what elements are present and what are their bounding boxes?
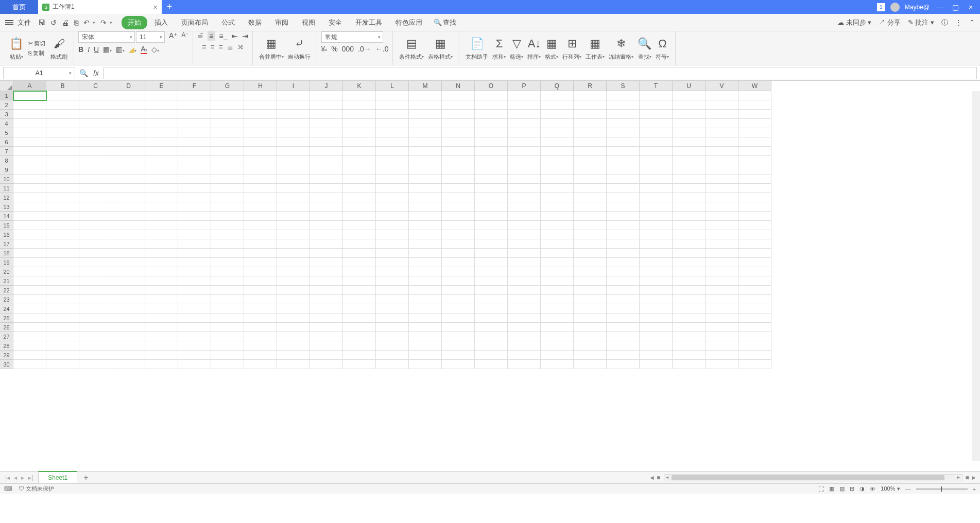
cell-I10[interactable] [277,175,310,184]
cell-T28[interactable] [640,341,673,351]
cell-C5[interactable] [79,128,112,137]
row-header-5[interactable]: 5 [0,128,13,137]
cell-K14[interactable] [343,212,376,221]
cell-N30[interactable] [442,360,475,369]
cell-B15[interactable] [46,221,79,230]
cell-A24[interactable] [13,304,46,313]
cell-S23[interactable] [607,295,640,304]
cell-J17[interactable] [310,239,343,249]
cell-P28[interactable] [508,341,541,351]
cell-K19[interactable] [343,258,376,267]
row-header-10[interactable]: 10 [0,175,13,184]
cell-K11[interactable] [343,184,376,193]
cell-J1[interactable] [310,91,343,100]
cell-U8[interactable] [673,156,706,165]
cell-B14[interactable] [46,212,79,221]
cell-T1[interactable] [640,91,673,100]
cell-U20[interactable] [673,267,706,276]
cell-R25[interactable] [574,313,607,323]
cell-L11[interactable] [376,184,409,193]
cell-K15[interactable] [343,221,376,230]
cell-I6[interactable] [277,137,310,147]
cell-G11[interactable] [211,184,244,193]
cell-N3[interactable] [442,110,475,119]
cell-H23[interactable] [244,295,277,304]
cell-N17[interactable] [442,239,475,249]
cell-U12[interactable] [673,193,706,202]
cell-M1[interactable] [409,91,442,100]
cell-H24[interactable] [244,304,277,313]
cell-C4[interactable] [79,119,112,128]
cell-S12[interactable] [607,193,640,202]
cell-T6[interactable] [640,137,673,147]
indent-dec-button[interactable]: ⇤ [232,32,238,40]
cell-C23[interactable] [79,295,112,304]
cell-G27[interactable] [211,332,244,341]
close-tab-button[interactable]: × [153,3,158,11]
cell-G14[interactable] [211,212,244,221]
cell-W12[interactable] [738,193,771,202]
cell-P25[interactable] [508,313,541,323]
cell-H8[interactable] [244,156,277,165]
cell-N24[interactable] [442,304,475,313]
cell-O27[interactable] [475,332,508,341]
cell-E9[interactable] [145,165,178,175]
row-header-9[interactable]: 9 [0,165,13,175]
cell-E12[interactable] [145,193,178,202]
cell-O2[interactable] [475,100,508,110]
menu-安全[interactable]: 安全 [322,16,348,29]
cell-B22[interactable] [46,286,79,295]
cell-B21[interactable] [46,276,79,286]
cell-M14[interactable] [409,212,442,221]
cell-W22[interactable] [738,286,771,295]
dec-decimal-button[interactable]: ←.0 [375,45,389,53]
cell-Q7[interactable] [541,147,574,156]
row-header-8[interactable]: 8 [0,156,13,165]
align-left-button[interactable]: ≡ [202,43,206,51]
sync-status[interactable]: ☁ 未同步 ▾ [837,18,871,27]
cell-L28[interactable] [376,341,409,351]
cell-A13[interactable] [13,202,46,212]
cell-R20[interactable] [574,267,607,276]
cell-E19[interactable] [145,258,178,267]
cell-K3[interactable] [343,110,376,119]
search-menu[interactable]: 🔍 查找 [434,18,456,27]
cell-C20[interactable] [79,267,112,276]
row-header-29[interactable]: 29 [0,351,13,360]
cell-R2[interactable] [574,100,607,110]
cell-U18[interactable] [673,249,706,258]
cell-C3[interactable] [79,110,112,119]
cell-J27[interactable] [310,332,343,341]
cell-S7[interactable] [607,147,640,156]
cell-H21[interactable] [244,276,277,286]
cell-A6[interactable] [13,137,46,147]
cell-A20[interactable] [13,267,46,276]
cell-O17[interactable] [475,239,508,249]
cell-C18[interactable] [79,249,112,258]
cell-S28[interactable] [607,341,640,351]
cell-W20[interactable] [738,267,771,276]
cell-I30[interactable] [277,360,310,369]
cell-D27[interactable] [112,332,145,341]
cell-E11[interactable] [145,184,178,193]
underline-button[interactable]: U [94,45,99,54]
cell-H14[interactable] [244,212,277,221]
cell-Q11[interactable] [541,184,574,193]
add-sheet-button[interactable]: + [77,473,94,482]
cell-A28[interactable] [13,341,46,351]
cell-A22[interactable] [13,286,46,295]
cell-P13[interactable] [508,202,541,212]
align-bottom-button[interactable]: ≡_ [219,32,228,40]
cell-I27[interactable] [277,332,310,341]
cell-W13[interactable] [738,202,771,212]
cell-U17[interactable] [673,239,706,249]
cell-P6[interactable] [508,137,541,147]
cell-R26[interactable] [574,323,607,332]
cell-E18[interactable] [145,249,178,258]
cell-I16[interactable] [277,230,310,239]
cell-A21[interactable] [13,276,46,286]
cell-W6[interactable] [738,137,771,147]
cell-F10[interactable] [178,175,211,184]
cell-T20[interactable] [640,267,673,276]
cell-W3[interactable] [738,110,771,119]
